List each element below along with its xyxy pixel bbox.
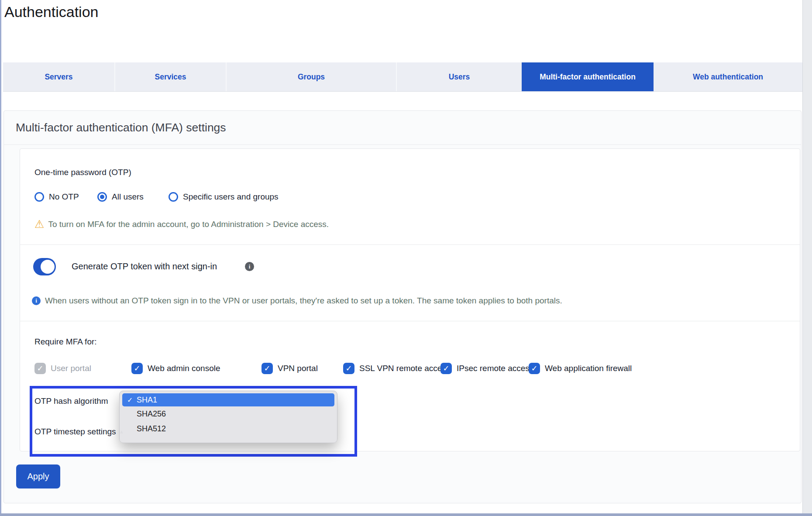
tab-multi-factor-authentication[interactable]: Multi-factor authentication (522, 62, 654, 91)
tab-groups[interactable]: Groups (226, 62, 396, 91)
dropdown-option-label: SHA256 (137, 409, 166, 419)
radio-circle-icon[interactable] (169, 192, 178, 202)
info-icon: i (32, 296, 41, 305)
otp-timestep-settings-expander[interactable]: OTP timestep settings▲ (34, 427, 124, 437)
radio-all-users[interactable]: All users (97, 191, 144, 203)
dropdown-option-sha1[interactable]: ✓ SHA1 (122, 393, 334, 406)
checkbox-label: SSL VPN remote access (359, 364, 450, 373)
dropdown-option-sha512[interactable]: SHA512 (122, 421, 334, 436)
checkbox-vpn-portal[interactable]: ✓ VPN portal (261, 363, 318, 374)
otp-token-info-note: i When users without an OTP token sign i… (32, 296, 562, 306)
checkbox-checked-icon[interactable]: ✓ (343, 363, 354, 374)
checkbox-label: VPN portal (278, 364, 318, 373)
otp-section-label: One-time password (OTP) (34, 167, 131, 178)
divider (20, 244, 800, 245)
warning-text: To turn on MFA for the admin account, go… (48, 220, 329, 229)
tab-web-authentication[interactable]: Web authentication (654, 62, 802, 91)
checkbox-label: IPsec remote access (457, 364, 533, 373)
warning-icon: ⚠ (34, 219, 44, 230)
radio-label: Specific users and groups (183, 192, 279, 202)
radio-no-otp[interactable]: No OTP (34, 191, 79, 203)
dropdown-option-label: SHA1 (137, 396, 157, 405)
checkbox-checked-icon[interactable]: ✓ (440, 363, 452, 374)
checkbox-checked-icon[interactable]: ✓ (529, 363, 540, 374)
checkbox-label: Web application firewall (545, 364, 632, 373)
page-title: Authentication (4, 3, 99, 21)
toggle-knob[interactable] (41, 260, 55, 274)
tab-users[interactable]: Users (396, 62, 522, 91)
tab-servers[interactable]: Servers (3, 62, 114, 91)
otp-hash-algorithm-label: OTP hash algorithm (34, 396, 108, 406)
radio-selected-icon[interactable] (97, 192, 107, 202)
section-heading: Multi-factor authentication (MFA) settin… (4, 111, 801, 145)
info-tooltip-icon[interactable]: i (245, 262, 254, 271)
divider (20, 321, 800, 321)
radio-label: All users (112, 192, 144, 202)
otp-hash-algorithm-dropdown-menu: ✓ SHA1 SHA256 SHA512 (119, 391, 337, 443)
radio-specific-users-groups[interactable]: Specific users and groups (169, 191, 279, 203)
menu-check-icon: ✓ (127, 396, 134, 404)
checkbox-checked-icon[interactable]: ✓ (261, 363, 273, 374)
checkbox-ssl-vpn-remote-access[interactable]: ✓ SSL VPN remote access (343, 363, 450, 374)
generate-otp-toggle[interactable] (33, 258, 56, 275)
mfa-settings-panel: Multi-factor authentication (MFA) settin… (3, 110, 802, 503)
dropdown-option-sha256[interactable]: SHA256 (122, 406, 334, 421)
generate-otp-toggle-label: Generate OTP token with next sign-in (72, 261, 217, 272)
checkbox-checked-icon[interactable]: ✓ (131, 363, 143, 374)
info-text: When users without an OTP token sign in … (45, 296, 562, 306)
radio-label: No OTP (49, 192, 79, 202)
apply-button[interactable]: Apply (16, 464, 60, 488)
checkbox-web-application-firewall[interactable]: ✓ Web application firewall (529, 363, 632, 374)
window-left-edge (0, 0, 1, 516)
window-bottom-edge (0, 513, 812, 516)
vertical-scrollbar[interactable] (802, 0, 812, 516)
tab-services[interactable]: Services (114, 62, 226, 91)
checkbox-checked-icon: ✓ (34, 363, 46, 374)
checkbox-label: Web admin console (148, 364, 220, 373)
otp-timestep-settings-label: OTP timestep settings (34, 427, 116, 436)
checkbox-label: User portal (51, 364, 91, 373)
checkbox-user-portal: ✓ User portal (34, 363, 91, 374)
checkbox-ipsec-remote-access[interactable]: ✓ IPsec remote access (440, 363, 533, 374)
require-mfa-label: Require MFA for: (34, 337, 97, 347)
radio-circle-icon[interactable] (34, 192, 44, 202)
checkbox-web-admin-console[interactable]: ✓ Web admin console (131, 363, 220, 374)
admin-mfa-warning: ⚠ To turn on MFA for the admin account, … (34, 219, 329, 230)
dropdown-option-label: SHA512 (137, 424, 166, 433)
tab-bar: Servers Services Groups Users Multi-fact… (3, 62, 802, 92)
